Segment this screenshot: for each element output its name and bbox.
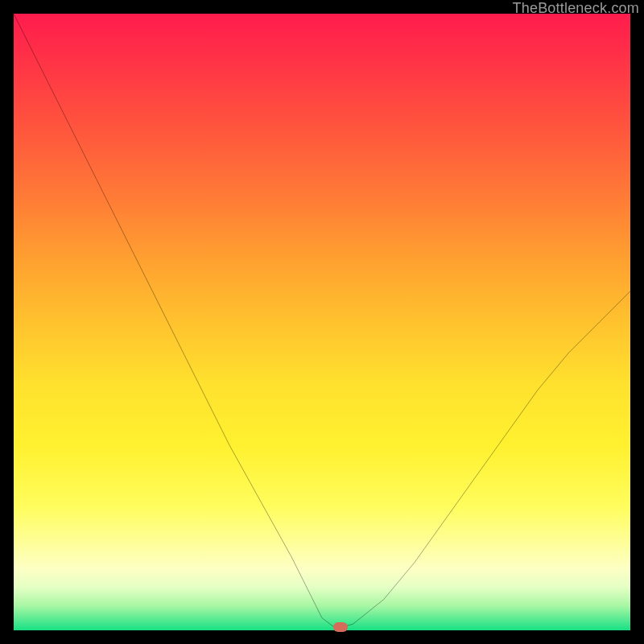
watermark-text: TheBottleneck.com — [513, 0, 639, 17]
optimum-marker — [333, 622, 348, 632]
bottleneck-curve — [14, 14, 630, 630]
curve-path — [14, 14, 630, 627]
chart-frame: TheBottleneck.com — [0, 0, 644, 644]
plot-area — [14, 14, 630, 630]
